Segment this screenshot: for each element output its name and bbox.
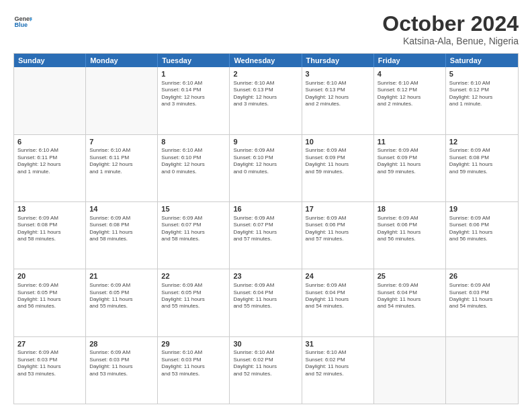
calendar-cell-r3-c7: 19Sunrise: 6:09 AM Sunset: 6:06 PM Dayli… — [446, 202, 518, 269]
calendar-cell-r3-c2: 14Sunrise: 6:09 AM Sunset: 6:08 PM Dayli… — [86, 202, 158, 269]
weekday-saturday: Saturday — [446, 54, 518, 67]
weekday-wednesday: Wednesday — [230, 54, 302, 67]
day-number-r1-c6: 4 — [378, 69, 442, 79]
day-number-r4-c7: 26 — [449, 271, 515, 281]
day-number-r5-c4: 30 — [233, 339, 298, 349]
day-number-r2-c4: 9 — [233, 137, 298, 147]
day-info-r3-c3: Sunrise: 6:09 AM Sunset: 6:07 PM Dayligh… — [161, 215, 226, 243]
day-number-r2-c6: 11 — [378, 137, 442, 147]
calendar-row-1: 1Sunrise: 6:10 AM Sunset: 6:14 PM Daylig… — [14, 67, 518, 134]
day-number-r2-c2: 7 — [89, 137, 154, 147]
day-number-r3-c3: 15 — [161, 204, 226, 214]
logo: General Blue — [13, 12, 32, 31]
calendar-row-3: 13Sunrise: 6:09 AM Sunset: 6:08 PM Dayli… — [14, 201, 518, 269]
day-number-r4-c3: 22 — [161, 271, 226, 281]
calendar-cell-r2-c3: 8Sunrise: 6:10 AM Sunset: 6:10 PM Daylig… — [158, 135, 230, 201]
day-number-r4-c2: 21 — [89, 271, 154, 281]
weekday-thursday: Thursday — [302, 54, 374, 67]
day-number-r2-c1: 6 — [17, 137, 82, 147]
weekday-monday: Monday — [86, 54, 158, 67]
day-number-r4-c4: 23 — [233, 271, 298, 281]
calendar-cell-r2-c4: 9Sunrise: 6:09 AM Sunset: 6:10 PM Daylig… — [230, 135, 302, 201]
weekday-tuesday: Tuesday — [158, 54, 230, 67]
day-info-r2-c4: Sunrise: 6:09 AM Sunset: 6:10 PM Dayligh… — [233, 147, 298, 175]
calendar-body: 1Sunrise: 6:10 AM Sunset: 6:14 PM Daylig… — [14, 67, 518, 404]
day-info-r5-c5: Sunrise: 6:10 AM Sunset: 6:02 PM Dayligh… — [306, 349, 370, 377]
day-info-r4-c1: Sunrise: 6:09 AM Sunset: 6:05 PM Dayligh… — [17, 282, 82, 310]
day-info-r2-c7: Sunrise: 6:09 AM Sunset: 6:08 PM Dayligh… — [449, 147, 515, 175]
calendar-cell-r3-c6: 18Sunrise: 6:09 AM Sunset: 6:06 PM Dayli… — [374, 202, 446, 269]
day-number-r4-c5: 24 — [306, 271, 370, 281]
day-info-r4-c4: Sunrise: 6:09 AM Sunset: 6:04 PM Dayligh… — [233, 282, 298, 310]
calendar-cell-r5-c2: 28Sunrise: 6:09 AM Sunset: 6:03 PM Dayli… — [86, 337, 158, 404]
calendar-row-2: 6Sunrise: 6:10 AM Sunset: 6:11 PM Daylig… — [14, 134, 518, 201]
calendar-cell-r1-c6: 4Sunrise: 6:10 AM Sunset: 6:12 PM Daylig… — [374, 67, 446, 134]
calendar-cell-r4-c3: 22Sunrise: 6:09 AM Sunset: 6:05 PM Dayli… — [158, 269, 230, 336]
calendar-cell-r1-c5: 3Sunrise: 6:10 AM Sunset: 6:13 PM Daylig… — [302, 67, 374, 134]
calendar-cell-r5-c7 — [446, 337, 518, 404]
day-info-r3-c2: Sunrise: 6:09 AM Sunset: 6:08 PM Dayligh… — [89, 215, 154, 243]
calendar-cell-r4-c5: 24Sunrise: 6:09 AM Sunset: 6:04 PM Dayli… — [302, 269, 374, 336]
calendar-cell-r1-c4: 2Sunrise: 6:10 AM Sunset: 6:13 PM Daylig… — [230, 67, 302, 134]
day-info-r2-c6: Sunrise: 6:09 AM Sunset: 6:09 PM Dayligh… — [378, 147, 442, 175]
calendar-cell-r4-c7: 26Sunrise: 6:09 AM Sunset: 6:03 PM Dayli… — [446, 269, 518, 336]
day-number-r1-c4: 2 — [233, 69, 298, 79]
day-info-r4-c7: Sunrise: 6:09 AM Sunset: 6:03 PM Dayligh… — [449, 282, 515, 310]
day-info-r2-c5: Sunrise: 6:09 AM Sunset: 6:09 PM Dayligh… — [306, 147, 370, 175]
day-info-r3-c4: Sunrise: 6:09 AM Sunset: 6:07 PM Dayligh… — [233, 215, 298, 243]
calendar-cell-r2-c5: 10Sunrise: 6:09 AM Sunset: 6:09 PM Dayli… — [302, 135, 374, 201]
day-info-r4-c5: Sunrise: 6:09 AM Sunset: 6:04 PM Dayligh… — [306, 282, 370, 310]
calendar-header: Sunday Monday Tuesday Wednesday Thursday… — [14, 54, 518, 67]
day-info-r1-c3: Sunrise: 6:10 AM Sunset: 6:14 PM Dayligh… — [161, 80, 226, 108]
month-title: October 2024 — [382, 12, 519, 36]
calendar-cell-r1-c3: 1Sunrise: 6:10 AM Sunset: 6:14 PM Daylig… — [158, 67, 230, 134]
day-info-r2-c3: Sunrise: 6:10 AM Sunset: 6:10 PM Dayligh… — [161, 147, 226, 175]
day-number-r3-c7: 19 — [449, 204, 515, 214]
calendar-cell-r4-c4: 23Sunrise: 6:09 AM Sunset: 6:04 PM Dayli… — [230, 269, 302, 336]
day-info-r1-c5: Sunrise: 6:10 AM Sunset: 6:13 PM Dayligh… — [306, 80, 370, 108]
day-info-r3-c6: Sunrise: 6:09 AM Sunset: 6:06 PM Dayligh… — [378, 215, 442, 243]
day-info-r5-c1: Sunrise: 6:09 AM Sunset: 6:03 PM Dayligh… — [17, 349, 82, 377]
day-number-r3-c1: 13 — [17, 204, 82, 214]
calendar-cell-r3-c1: 13Sunrise: 6:09 AM Sunset: 6:08 PM Dayli… — [14, 202, 86, 269]
day-number-r2-c3: 8 — [161, 137, 226, 147]
day-info-r1-c7: Sunrise: 6:10 AM Sunset: 6:12 PM Dayligh… — [449, 80, 515, 108]
calendar-cell-r1-c1 — [14, 67, 86, 134]
day-info-r1-c6: Sunrise: 6:10 AM Sunset: 6:12 PM Dayligh… — [378, 80, 442, 108]
day-info-r2-c2: Sunrise: 6:10 AM Sunset: 6:11 PM Dayligh… — [89, 147, 154, 175]
day-info-r2-c1: Sunrise: 6:10 AM Sunset: 6:11 PM Dayligh… — [17, 147, 82, 175]
calendar-cell-r3-c4: 16Sunrise: 6:09 AM Sunset: 6:07 PM Dayli… — [230, 202, 302, 269]
calendar-row-5: 27Sunrise: 6:09 AM Sunset: 6:03 PM Dayli… — [14, 336, 518, 404]
svg-text:Blue: Blue — [14, 21, 28, 28]
day-number-r5-c5: 31 — [306, 339, 370, 349]
title-block: October 2024 Katsina-Ala, Benue, Nigeria — [382, 12, 519, 46]
calendar-page: General Blue October 2024 Katsina-Ala, B… — [0, 0, 532, 411]
day-info-r4-c6: Sunrise: 6:09 AM Sunset: 6:04 PM Dayligh… — [378, 282, 442, 310]
day-number-r1-c5: 3 — [306, 69, 370, 79]
calendar-cell-r3-c5: 17Sunrise: 6:09 AM Sunset: 6:06 PM Dayli… — [302, 202, 374, 269]
calendar-cell-r5-c1: 27Sunrise: 6:09 AM Sunset: 6:03 PM Dayli… — [14, 337, 86, 404]
calendar-cell-r1-c7: 5Sunrise: 6:10 AM Sunset: 6:12 PM Daylig… — [446, 67, 518, 134]
day-info-r4-c3: Sunrise: 6:09 AM Sunset: 6:05 PM Dayligh… — [161, 282, 226, 310]
day-number-r5-c3: 29 — [161, 339, 226, 349]
weekday-sunday: Sunday — [14, 54, 86, 67]
day-info-r3-c1: Sunrise: 6:09 AM Sunset: 6:08 PM Dayligh… — [17, 215, 82, 243]
calendar-row-4: 20Sunrise: 6:09 AM Sunset: 6:05 PM Dayli… — [14, 269, 518, 336]
calendar-cell-r4-c1: 20Sunrise: 6:09 AM Sunset: 6:05 PM Dayli… — [14, 269, 86, 336]
day-info-r3-c5: Sunrise: 6:09 AM Sunset: 6:06 PM Dayligh… — [306, 215, 370, 243]
calendar-cell-r5-c3: 29Sunrise: 6:10 AM Sunset: 6:03 PM Dayli… — [158, 337, 230, 404]
day-info-r1-c4: Sunrise: 6:10 AM Sunset: 6:13 PM Dayligh… — [233, 80, 298, 108]
day-number-r5-c1: 27 — [17, 339, 82, 349]
day-number-r2-c7: 12 — [449, 137, 515, 147]
day-info-r5-c3: Sunrise: 6:10 AM Sunset: 6:03 PM Dayligh… — [161, 349, 226, 377]
calendar-cell-r2-c2: 7Sunrise: 6:10 AM Sunset: 6:11 PM Daylig… — [86, 135, 158, 201]
day-number-r4-c6: 25 — [378, 271, 442, 281]
day-number-r5-c2: 28 — [89, 339, 154, 349]
calendar-cell-r1-c2 — [86, 67, 158, 134]
calendar-cell-r2-c7: 12Sunrise: 6:09 AM Sunset: 6:08 PM Dayli… — [446, 135, 518, 201]
calendar-cell-r4-c2: 21Sunrise: 6:09 AM Sunset: 6:05 PM Dayli… — [86, 269, 158, 336]
calendar-cell-r5-c5: 31Sunrise: 6:10 AM Sunset: 6:02 PM Dayli… — [302, 337, 374, 404]
page-header: General Blue October 2024 Katsina-Ala, B… — [13, 12, 519, 46]
calendar-cell-r2-c1: 6Sunrise: 6:10 AM Sunset: 6:11 PM Daylig… — [14, 135, 86, 201]
location: Katsina-Ala, Benue, Nigeria — [382, 36, 519, 46]
